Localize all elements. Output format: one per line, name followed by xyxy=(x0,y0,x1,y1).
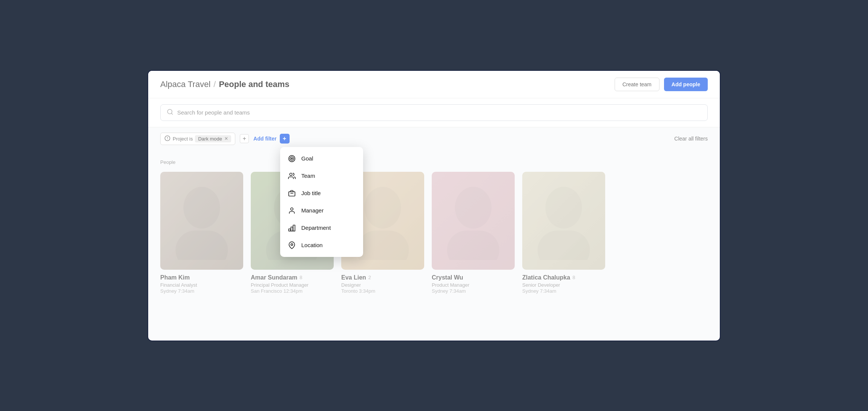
people-grid: Pham Kim Financial Analyst Sydney 7:34am xyxy=(160,172,708,294)
person-card-4[interactable]: Crystal Wu Product Manager Sydney 7:34am xyxy=(432,172,515,294)
title-area: Alpaca Travel / People and teams xyxy=(160,79,290,89)
search-input[interactable] xyxy=(177,109,701,116)
project-filter-tag: Project is Dark mode ✕ xyxy=(160,133,235,145)
person-role-3: Designer xyxy=(341,282,361,288)
svg-rect-9 xyxy=(289,191,295,196)
title-separator: / xyxy=(213,79,216,89)
person-role-4: Product Manager xyxy=(432,282,469,288)
people-section-label: People xyxy=(160,159,708,165)
dropdown-item-manager[interactable]: Manager xyxy=(280,202,363,219)
dropdown-item-goal-label: Goal xyxy=(301,155,313,162)
person-name-2: Amar Sundaram 8 xyxy=(251,274,302,281)
avatar-4 xyxy=(432,172,515,270)
svg-rect-15 xyxy=(293,225,295,231)
dropdown-item-job-title-label: Job title xyxy=(301,190,321,196)
dropdown-item-location-label: Location xyxy=(301,242,323,248)
project-filter-label: Project is xyxy=(173,136,193,142)
search-area xyxy=(148,98,720,127)
svg-point-25 xyxy=(545,186,582,228)
header-actions: Create team Add people xyxy=(615,78,708,91)
dropdown-item-team-label: Team xyxy=(301,173,315,179)
location-icon xyxy=(288,241,296,249)
person-location-1: Sydney 7:34am xyxy=(160,288,194,294)
filter-dropdown: Goal Team xyxy=(280,147,363,257)
person-location-2: San Francisco 12:34pm xyxy=(251,288,302,294)
org-name: Alpaca Travel xyxy=(160,79,210,89)
person-location-3: Toronto 3:34pm xyxy=(341,288,375,294)
person-location-4: Sydney 7:34am xyxy=(432,288,466,294)
team-icon xyxy=(288,172,296,180)
search-icon xyxy=(167,108,173,117)
svg-point-8 xyxy=(290,173,292,176)
filter-bar: Project is Dark mode ✕ + Add filter + Cl… xyxy=(148,127,720,150)
project-filter-icon xyxy=(164,135,170,142)
department-icon xyxy=(288,224,296,232)
add-filter-plus-icon: + xyxy=(280,134,290,144)
svg-rect-18 xyxy=(176,231,228,260)
manager-icon xyxy=(288,206,296,215)
svg-rect-13 xyxy=(289,229,291,231)
svg-point-23 xyxy=(455,186,491,228)
person-role-5: Senior Developer xyxy=(522,282,560,288)
dropdown-item-job-title[interactable]: Job title xyxy=(280,185,363,202)
project-filter-value: Dark mode ✕ xyxy=(195,135,231,142)
svg-rect-26 xyxy=(538,231,590,260)
person-count-5: 8 xyxy=(572,275,575,280)
person-name-4: Crystal Wu xyxy=(432,274,463,281)
avatar-1 xyxy=(160,172,243,270)
person-location-5: Sydney 7:34am xyxy=(522,288,556,294)
svg-point-6 xyxy=(290,157,294,160)
app-window: Alpaca Travel / People and teams Create … xyxy=(147,70,721,341)
person-name-5: Zlatica Chalupka 8 xyxy=(522,274,575,281)
remove-filter-button[interactable]: ✕ xyxy=(224,136,228,141)
dropdown-item-location[interactable]: Location xyxy=(280,237,363,254)
svg-rect-24 xyxy=(447,231,500,260)
clear-all-filters-button[interactable]: Clear all filters xyxy=(674,136,708,142)
person-name-1: Pham Kim xyxy=(160,274,190,281)
svg-point-16 xyxy=(291,243,293,245)
svg-rect-14 xyxy=(291,227,293,231)
svg-rect-22 xyxy=(357,231,409,260)
add-filter-button[interactable]: Add filter + xyxy=(253,134,289,144)
briefcase-icon xyxy=(288,189,296,197)
add-people-button[interactable]: Add people xyxy=(664,78,708,91)
svg-point-12 xyxy=(291,208,293,210)
person-count-2: 8 xyxy=(300,275,302,280)
svg-line-1 xyxy=(171,113,172,114)
svg-point-7 xyxy=(291,158,292,159)
search-bar xyxy=(160,104,708,121)
person-count-3: 2 xyxy=(368,275,371,280)
goal-icon xyxy=(288,154,296,163)
dropdown-item-team[interactable]: Team xyxy=(280,167,363,185)
create-team-button[interactable]: Create team xyxy=(615,78,659,91)
add-filter-label: Add filter xyxy=(253,136,276,142)
person-role-2: Principal Product Manager xyxy=(251,282,308,288)
filter-expand-button[interactable]: + xyxy=(240,134,249,143)
dropdown-item-department-label: Department xyxy=(301,225,331,231)
dropdown-item-goal[interactable]: Goal xyxy=(280,150,363,167)
svg-point-21 xyxy=(364,186,401,228)
people-section: People Pham Kim Financial Analyst Sydne xyxy=(148,150,720,303)
avatar-5 xyxy=(522,172,605,270)
svg-point-17 xyxy=(183,186,220,228)
person-card-5[interactable]: Zlatica Chalupka 8 Senior Developer Sydn… xyxy=(522,172,605,294)
dropdown-item-manager-label: Manager xyxy=(301,207,324,214)
page-title: People and teams xyxy=(219,79,289,89)
person-role-1: Financial Analyst xyxy=(160,282,197,288)
header: Alpaca Travel / People and teams Create … xyxy=(148,71,720,98)
dropdown-item-department[interactable]: Department xyxy=(280,219,363,237)
person-card-1[interactable]: Pham Kim Financial Analyst Sydney 7:34am xyxy=(160,172,243,294)
person-name-3: Eva Lien 2 xyxy=(341,274,371,281)
